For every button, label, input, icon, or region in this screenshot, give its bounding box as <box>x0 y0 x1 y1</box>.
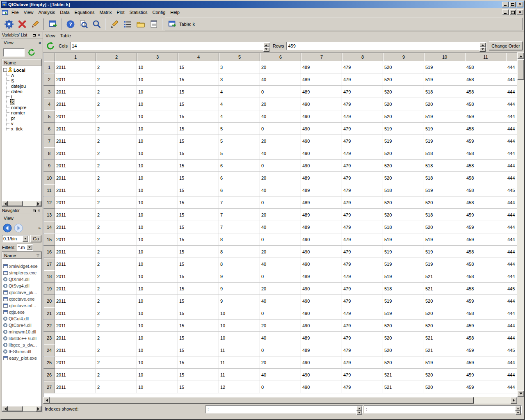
table-cell[interactable]: 10 <box>137 246 178 258</box>
row-header[interactable]: 11 <box>43 184 55 196</box>
table-cell[interactable]: 10 <box>137 98 178 110</box>
table-cell[interactable]: 520 <box>424 98 465 110</box>
table-cell[interactable]: 458 <box>465 307 506 320</box>
table-cell[interactable]: 490 <box>301 123 342 135</box>
table-cell[interactable]: 10 <box>137 110 178 123</box>
table-cell[interactable]: 0 <box>260 307 301 320</box>
table-cell[interactable]: 2 <box>96 196 137 209</box>
table-cell[interactable]: 15 <box>178 233 219 246</box>
file-item[interactable]: easy_plot.exe <box>2 355 41 361</box>
table-cell[interactable]: 6 <box>219 184 260 196</box>
scroll-thumb[interactable] <box>517 59 524 80</box>
scroll-track[interactable] <box>8 406 36 411</box>
table-cell[interactable]: 479 <box>342 307 383 320</box>
table-cell[interactable]: 15 <box>178 307 219 320</box>
table-cell[interactable]: 518 <box>424 172 465 184</box>
table-cell[interactable]: 4 <box>219 98 260 110</box>
spin-down-button[interactable] <box>515 411 521 415</box>
menu-help[interactable]: Help <box>168 9 182 16</box>
table-cell[interactable]: 458 <box>465 147 506 160</box>
table-cell[interactable]: 8 <box>219 258 260 270</box>
table-cell[interactable]: 10 <box>137 196 178 209</box>
table-cell[interactable]: 520 <box>383 356 424 369</box>
table-cell[interactable]: 10 <box>137 332 178 344</box>
variables-name-header[interactable]: Name <box>2 59 41 66</box>
collapse-icon[interactable]: - <box>3 68 7 72</box>
change-order-button[interactable]: Change Order <box>489 41 523 50</box>
row-header[interactable]: 24 <box>43 344 55 356</box>
table-cell[interactable]: 9 <box>219 283 260 295</box>
file-item[interactable]: simplercs.exe <box>2 269 41 276</box>
table-cell[interactable]: 10 <box>137 381 178 393</box>
table-cell[interactable]: 2011 <box>55 135 96 147</box>
scroll-right-button[interactable] <box>511 397 517 404</box>
spin-up-button[interactable] <box>356 406 362 411</box>
spin-down-button[interactable] <box>479 47 486 52</box>
table-cell[interactable]: 10 <box>137 73 178 86</box>
table-cell[interactable]: 519 <box>383 233 424 246</box>
table-cell[interactable]: 479 <box>342 184 383 196</box>
table-cell[interactable]: 519 <box>424 61 465 73</box>
tree-item-A[interactable]: A <box>7 73 41 78</box>
menu-analysis[interactable]: Analysis <box>36 9 57 16</box>
table-cell[interactable]: 15 <box>178 209 219 221</box>
table-cell[interactable]: 2 <box>96 98 137 110</box>
table-cell[interactable]: 444 <box>506 307 517 320</box>
tree-item-datejou[interactable]: datejou <box>7 83 41 89</box>
table-cell[interactable]: 2 <box>96 135 137 147</box>
table-cell[interactable]: 7 <box>219 209 260 221</box>
table-cell[interactable]: 5 <box>219 123 260 135</box>
row-header[interactable]: 8 <box>43 147 55 160</box>
table-cell[interactable]: 2 <box>96 344 137 356</box>
column-header[interactable]: 6 <box>260 53 301 61</box>
table-cell[interactable]: 459 <box>465 344 506 356</box>
variables-view-menu[interactable]: View <box>2 39 15 46</box>
table-cell[interactable]: 444 <box>506 221 517 233</box>
navigator-name-header[interactable]: Name ▽ <box>2 252 41 259</box>
table-cell[interactable]: 490 <box>301 98 342 110</box>
table-cell[interactable]: 444 <box>506 258 517 270</box>
file-item[interactable]: QtXml4.dll <box>2 276 41 283</box>
table-cell[interactable]: 20 <box>260 172 301 184</box>
table-cell[interactable]: 479 <box>342 98 383 110</box>
tree-item-k[interactable]: k <box>7 99 41 105</box>
table-cell[interactable]: 2011 <box>55 332 96 344</box>
open-file-button[interactable] <box>134 18 147 30</box>
menu-file[interactable]: File <box>9 9 21 16</box>
table-cell[interactable]: 521 <box>424 283 465 295</box>
table-cell[interactable]: 521 <box>424 270 465 283</box>
table-cell[interactable]: 490 <box>301 356 342 369</box>
row-header[interactable]: 22 <box>43 320 55 332</box>
table-cell[interactable]: 459 <box>465 369 506 381</box>
scroll-down-button[interactable] <box>517 390 524 397</box>
table-cell[interactable]: 5 <box>219 147 260 160</box>
table-cell[interactable]: 15 <box>178 147 219 160</box>
table-cell[interactable]: 40 <box>260 147 301 160</box>
table-cell[interactable]: 520 <box>424 295 465 307</box>
row-header[interactable]: 9 <box>43 160 55 172</box>
table-cell[interactable]: 2 <box>96 258 137 270</box>
table-cell[interactable]: 2011 <box>55 86 96 98</box>
table-cell[interactable]: 519 <box>424 135 465 147</box>
menu-data[interactable]: Data <box>57 9 72 16</box>
maximize-button[interactable] <box>509 2 516 7</box>
scroll-left-button[interactable] <box>2 201 8 206</box>
table-cell[interactable]: 2011 <box>55 344 96 356</box>
table-cell[interactable]: 10 <box>137 320 178 332</box>
table-cell[interactable]: 2 <box>96 147 137 160</box>
table-cell[interactable]: 10 <box>137 86 178 98</box>
table-cell[interactable]: 490 <box>301 307 342 320</box>
table-view-menu[interactable]: View <box>43 32 58 39</box>
table-cell[interactable]: 444 <box>506 246 517 258</box>
table-cell[interactable]: 10 <box>137 356 178 369</box>
table-cell[interactable]: 15 <box>178 270 219 283</box>
table-cell[interactable]: 458 <box>465 86 506 98</box>
table-cell[interactable]: 0 <box>260 344 301 356</box>
table-cell[interactable]: 15 <box>178 381 219 393</box>
table-cell[interactable]: 2011 <box>55 123 96 135</box>
table-cell[interactable]: 458 <box>465 270 506 283</box>
table-cell[interactable]: 2 <box>96 270 137 283</box>
table-cell[interactable]: 40 <box>260 73 301 86</box>
table-cell[interactable]: 518 <box>383 184 424 196</box>
row-header[interactable]: 25 <box>43 356 55 369</box>
